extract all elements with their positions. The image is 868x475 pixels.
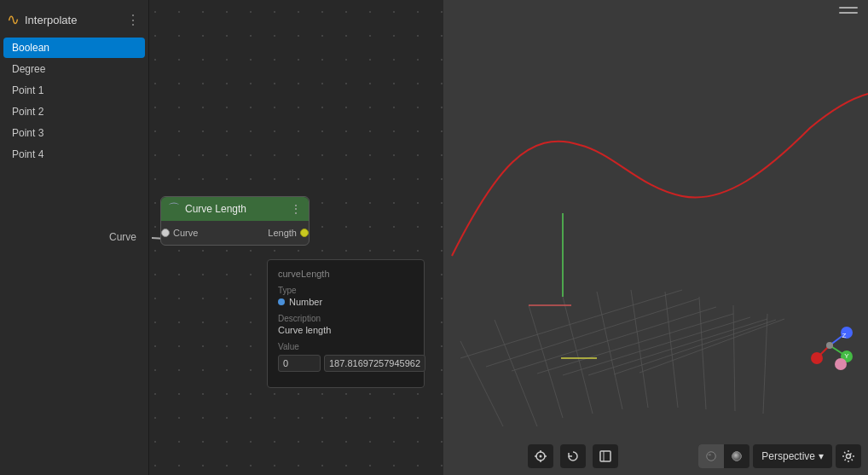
svg-point-28 [811,352,823,364]
svg-point-43 [847,455,851,459]
tooltip-type-section: Type Number [278,286,414,307]
refresh-button[interactable] [560,444,586,468]
svg-line-13 [631,290,648,408]
input-socket-label: Curve [173,228,198,238]
svg-point-40 [709,454,712,456]
viewport-curve-svg [443,0,868,475]
tooltip-value-section: Value 187.81697257945962 [278,342,414,372]
interpolate-icon: ∿ [7,10,20,29]
svg-line-4 [563,317,750,375]
tooltip-value-row: 187.81697257945962 [278,355,414,372]
svg-line-9 [495,320,537,426]
viewport: Z Y [443,0,868,475]
panel-title: Interpolate [25,14,119,26]
svg-line-7 [639,319,784,373]
panel-item-boolean[interactable]: Boolean [3,38,145,58]
node-header-menu-button[interactable]: ⋮ [290,202,302,216]
tooltip-value-input[interactable] [278,355,321,372]
panel-menu-button[interactable]: ⋮ [124,12,142,28]
maximize-button[interactable] [593,444,618,468]
svg-line-11 [563,297,593,414]
tooltip-title: curveLength [278,269,414,279]
viewport-toolbar: Perspective ▾ [443,444,868,468]
node-header: ⌒ Curve Length ⋮ [161,197,309,221]
output-socket-label: Length [268,228,297,238]
svg-point-29 [835,358,847,370]
node-header-icon: ⌒ [168,201,180,217]
toolbar-left [450,444,695,468]
tooltip-value-label: Value [278,342,414,351]
svg-line-15 [699,297,706,409]
curve-length-node: ⌒ Curve Length ⋮ Curve Length [160,196,310,246]
solid-render-button[interactable] [698,444,724,468]
panel-header: ∿ Interpolate ⋮ [0,7,148,32]
input-socket: Curve [161,226,205,240]
svg-point-30 [826,342,833,349]
svg-text:Y: Y [844,352,849,360]
svg-point-39 [707,452,716,461]
svg-text:Z: Z [842,332,847,339]
svg-line-10 [529,305,563,418]
tooltip-desc-value: Curve length [278,325,414,335]
panel-item-point2[interactable]: Point 2 [3,101,145,122]
svg-line-2 [512,307,716,371]
material-render-button[interactable] [724,444,749,468]
node-body: Curve Length [161,221,309,245]
svg-line-12 [597,292,622,409]
svg-point-36 [539,455,541,458]
type-value-text: Number [289,297,322,307]
type-dot-icon [278,298,285,305]
panel-item-point4[interactable]: Point 4 [3,144,145,165]
tooltip-type-value: Number [278,297,414,307]
svg-line-5 [588,319,767,375]
svg-line-8 [460,341,503,426]
tooltip-desc-section: Description Curve length [278,314,414,335]
svg-line-14 [665,292,678,408]
input-socket-dot [161,229,170,237]
svg-line-17 [763,314,767,414]
svg-line-3 [537,314,733,374]
svg-line-0 [460,290,682,358]
settings-button[interactable] [836,444,861,468]
panel-item-point3[interactable]: Point 3 [3,123,145,143]
tooltip-type-label: Type [278,286,414,295]
axis-gizmo: Z Y [800,316,859,375]
hamburger-menu[interactable] [839,7,858,14]
tooltip-popup: curveLength Type Number Description Curv… [267,259,425,388]
tooltip-value-output: 187.81697257945962 [324,355,425,372]
output-socket-dot [300,229,309,237]
curve-output-label: Curve [109,231,136,243]
panel-item-degree[interactable]: Degree [3,59,145,79]
render-mode-buttons [698,444,749,468]
node-header-title: Curve Length [185,203,285,215]
viewport-top-toolbar [839,7,858,14]
output-socket: Length [261,226,309,240]
svg-line-16 [733,305,735,411]
tooltip-desc-label: Description [278,314,414,323]
svg-line-1 [486,298,699,367]
svg-point-42 [732,452,742,461]
perspective-arrow: ▾ [819,450,824,462]
svg-rect-37 [600,451,610,461]
perspective-button[interactable]: Perspective ▾ [753,444,832,468]
panel-item-point1[interactable]: Point 1 [3,80,145,101]
perspective-label: Perspective [761,450,815,462]
svg-line-6 [614,320,776,374]
cursor-button[interactable] [528,444,553,468]
